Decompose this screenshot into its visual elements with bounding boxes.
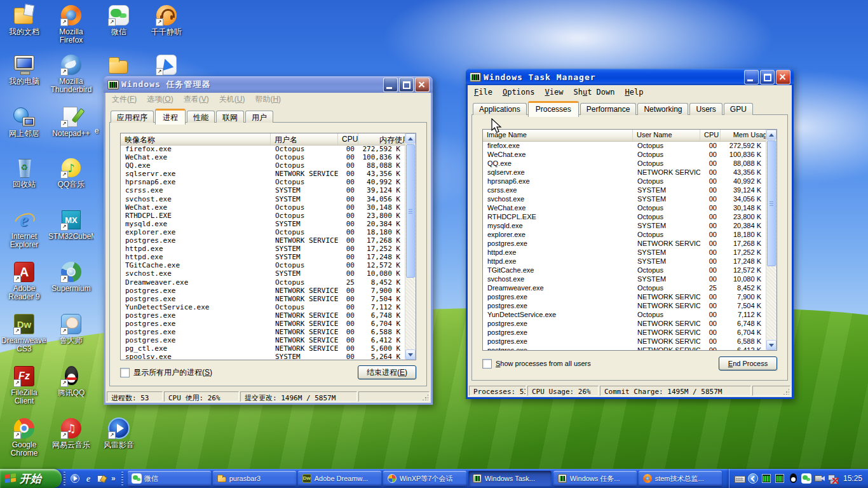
menu-item[interactable]: View (540, 86, 569, 98)
process-row[interactable]: WeChat.exe Octopus 00 100,836 K (121, 153, 405, 161)
scrollbar-thumb[interactable] (406, 144, 415, 278)
process-row[interactable]: firefox.exe Octopus 00 272,592 K (483, 141, 766, 150)
column-user-name[interactable]: 用户名 (271, 133, 338, 145)
end-process-button[interactable]: 结束进程(E) (358, 365, 416, 379)
process-row[interactable]: svchost.exe SYSTEM 00 34,056 K (121, 195, 405, 203)
quick-launch-ie-icon[interactable] (83, 473, 93, 484)
tab[interactable]: Performance (580, 103, 637, 115)
tab[interactable]: Processes (528, 101, 579, 117)
column-cpu[interactable]: CPU (338, 133, 358, 145)
process-row[interactable]: postgres.exe NETWORK SERVICE 00 6,704 K (483, 328, 766, 337)
process-row[interactable]: WeChat.exe Octopus 00 30,148 K (121, 203, 405, 212)
desktop-icon-fenglei[interactable]: 风雷影音 (96, 417, 142, 449)
process-row[interactable]: RTHDCPL.EXE Octopus 00 23,800 K (121, 212, 405, 220)
menu-item[interactable]: 选项(O) (142, 93, 178, 106)
tab[interactable]: 性能 (187, 111, 215, 123)
tab[interactable]: 进程 (155, 109, 186, 125)
process-row[interactable]: sqlservr.exe NETWORK SERVICE 00 43,356 K (121, 170, 405, 178)
column-cpu[interactable]: CPU (700, 130, 721, 141)
desktop-icon-wechat[interactable]: 微信 (96, 4, 142, 36)
process-row[interactable]: csrss.exe SYSTEM 00 39,124 K (483, 186, 766, 194)
process-row[interactable]: sqlservr.exe NETWORK SERVICE 00 43,356 K (483, 168, 766, 177)
tray-icon-audio[interactable] (815, 473, 825, 484)
tab[interactable]: 用户 (245, 111, 273, 123)
process-row[interactable]: WeChat.exe Octopus 00 30,148 K (483, 203, 766, 212)
taskbar-button-firefox[interactable]: stem技术总监... (639, 471, 722, 486)
tray-icon-collapse[interactable] (748, 473, 758, 484)
tray-icon-qq[interactable] (788, 473, 798, 484)
quick-launch-grip[interactable] (64, 471, 65, 485)
process-row[interactable]: pg_ctl.exe NETWORK SERVICE 00 5,600 K (121, 344, 405, 353)
process-row[interactable]: YunDetectService.exe Octopus 00 7,112 K (483, 310, 766, 319)
menu-item[interactable]: File (469, 86, 498, 98)
desktop-icon-ttplayer[interactable]: 千千静听 (144, 4, 189, 36)
scroll-down-icon[interactable] (405, 349, 416, 360)
process-row[interactable]: httpd.exe SYSTEM 00 17,248 K (121, 253, 405, 261)
tray-icon-wechat[interactable] (801, 473, 811, 484)
tray-icon-netx[interactable] (828, 473, 838, 484)
desktop-icon-folder[interactable] (96, 53, 142, 78)
taskbar-button-taskmgr[interactable]: Windows Task... (468, 471, 552, 486)
show-all-users-checkbox[interactable]: Show processes from all users (482, 359, 591, 369)
desktop-icon-chrome[interactable]: Google Chrome (1, 417, 47, 458)
process-row[interactable]: RTHDCPL.EXE Octopus 00 23,800 K (483, 212, 766, 221)
scroll-down-icon[interactable] (766, 340, 776, 350)
process-row[interactable]: postgres.exe NETWORK SERVICE 00 6,412 K (121, 336, 405, 344)
column-image-name[interactable]: Image Name (483, 130, 633, 141)
process-row[interactable]: httpd.exe SYSTEM 00 17,252 K (121, 245, 405, 253)
process-row[interactable]: httpd.exe SYSTEM 00 17,252 K (483, 248, 766, 257)
menu-item[interactable]: Shut Down (568, 86, 620, 98)
process-row[interactable]: WeChat.exe Octopus 00 100,836 K (483, 150, 766, 159)
minimize-button[interactable] (744, 70, 759, 85)
process-row[interactable]: mysqld.exe SYSTEM 00 20,384 K (483, 221, 766, 230)
end-process-button[interactable]: End Process (719, 356, 777, 370)
column-user-name[interactable]: User Name (633, 130, 700, 141)
tray-icon-meter[interactable] (761, 473, 771, 484)
titlebar[interactable]: Windows Task Manager (466, 69, 794, 85)
menu-item[interactable]: Options (498, 86, 540, 98)
desktop-icon-ie[interactable]: e Internet Explorer (1, 208, 47, 249)
tab[interactable]: 联网 (216, 111, 244, 123)
process-row[interactable]: postgres.exe NETWORK SERVICE 00 17,268 K (121, 236, 405, 245)
desktop-icon-netease[interactable]: ♫ 网易云音乐 (48, 417, 94, 449)
tray-icon-meter[interactable] (775, 473, 785, 484)
process-row[interactable]: explorer.exe Octopus 00 18,180 K (483, 230, 766, 239)
process-row[interactable]: postgres.exe NETWORK SERVICE 00 7,504 K (121, 295, 405, 303)
scrollbar-thumb[interactable] (767, 140, 776, 266)
taskbar-button-folder[interactable]: purasbar3 (213, 471, 296, 486)
taskbar-button-wechat[interactable]: 微信 (128, 471, 211, 486)
tab[interactable]: GPU (724, 103, 753, 115)
process-row[interactable]: QQ.exe Octopus 00 88,088 K (483, 159, 766, 168)
menu-item[interactable]: Help (620, 86, 648, 98)
maximize-button[interactable] (760, 70, 775, 85)
desktop-icon-supermium[interactable]: Supermium (48, 261, 94, 293)
process-row[interactable]: postgres.exe NETWORK SERVICE 00 7,900 K (483, 292, 766, 301)
menu-item[interactable]: 帮助(H) (250, 93, 286, 106)
process-row[interactable]: firefox.exe Octopus 00 272,592 K (121, 145, 405, 153)
process-row[interactable]: QQ.exe Octopus 00 88,088 K (121, 161, 405, 170)
vertical-scrollbar[interactable] (405, 133, 416, 360)
taskbar-button-dw[interactable]: Adobe Dreamw... (298, 471, 381, 486)
desktop-icon-fz[interactable]: Fz FileZilla Client (1, 365, 47, 405)
checkbox-box[interactable] (120, 368, 130, 377)
desktop-icon-thunderbird[interactable]: Mozilla Thunderbird (48, 53, 94, 94)
desktop-icon-firefox[interactable]: Mozilla Firefox (48, 4, 94, 44)
minimize-button[interactable] (383, 78, 398, 92)
desktop-icon-dw[interactable]: Dw Dreamweaver CS3 (1, 313, 47, 353)
process-row[interactable]: postgres.exe NETWORK SERVICE 00 6,588 K (121, 328, 405, 336)
scroll-up-icon[interactable] (766, 130, 776, 140)
column-image-name[interactable]: 映像名称 (121, 133, 271, 145)
menu-item[interactable]: 查看(V) (179, 93, 214, 106)
desktop-icon-stm32[interactable]: MX STM32CubeMX (48, 208, 94, 241)
tab[interactable]: Applications (473, 103, 527, 115)
process-row[interactable]: svchost.exe SYSTEM 00 34,056 K (483, 194, 766, 203)
vertical-scrollbar[interactable] (766, 130, 776, 350)
process-row[interactable]: postgres.exe NETWORK SERVICE 00 7,900 K (121, 287, 405, 295)
close-button[interactable] (415, 78, 430, 92)
show-all-users-checkbox[interactable]: 显示所有用户的进程(S) (120, 367, 212, 378)
taskbar-button-taskmgr[interactable]: Windows 任务... (553, 471, 637, 486)
process-row[interactable]: svchost.exe SYSTEM 00 10,080 K (121, 269, 405, 278)
desktop-icon-qq[interactable]: 腾讯QQ (48, 365, 94, 397)
tray-icon-keyboard[interactable] (735, 473, 745, 484)
process-row[interactable]: Dreamweaver.exe Octopus 25 8,452 K (121, 278, 405, 287)
